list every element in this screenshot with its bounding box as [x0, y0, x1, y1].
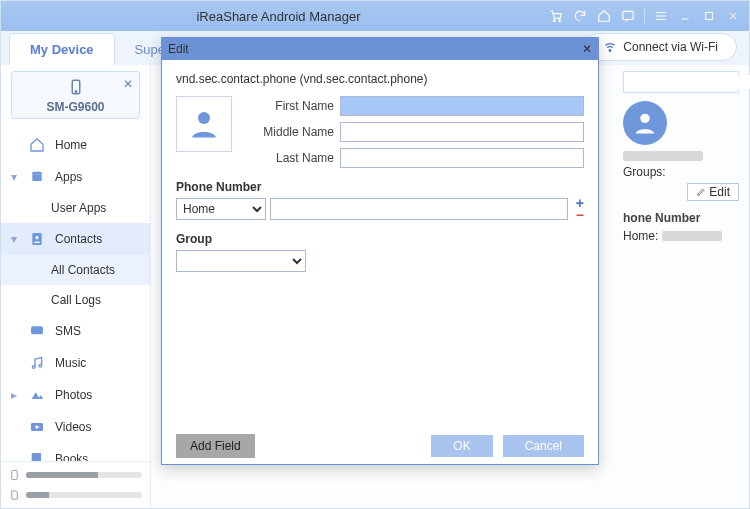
refresh-icon[interactable]	[572, 8, 588, 24]
books-icon	[29, 451, 47, 461]
remove-phone-icon[interactable]: −	[576, 210, 584, 220]
dialog-close-icon[interactable]: ✕	[582, 42, 592, 56]
menu-icon[interactable]	[653, 8, 669, 24]
svg-point-1	[559, 20, 561, 22]
edit-dialog: Edit ✕ vnd.sec.contact.phone (vnd.sec.co…	[161, 37, 599, 465]
nav-all-contacts[interactable]: All Contacts	[1, 255, 150, 285]
minimize-icon[interactable]	[677, 8, 693, 24]
nav-home[interactable]: Home	[1, 129, 150, 161]
close-icon[interactable]	[725, 8, 741, 24]
svg-point-11	[39, 364, 42, 367]
titlebar: iReaShare Android Manager	[1, 1, 749, 31]
photos-icon	[29, 387, 47, 403]
phone-icon	[64, 78, 88, 96]
sidebar: ✕ SM-G9600 Home ▾Apps User Apps ▾Contact…	[1, 65, 151, 508]
cart-icon[interactable]	[548, 8, 564, 24]
svg-rect-3	[706, 13, 713, 20]
contacts-icon	[29, 231, 47, 247]
nav-call-logs[interactable]: Call Logs	[1, 285, 150, 315]
group-label: Group	[176, 232, 584, 246]
contact-name-row	[623, 151, 739, 161]
music-icon	[29, 355, 47, 371]
nav-videos[interactable]: Videos	[1, 411, 150, 443]
device-close-icon[interactable]: ✕	[123, 77, 133, 91]
svg-rect-13	[12, 470, 18, 479]
divider-icon	[644, 8, 645, 24]
maximize-icon[interactable]	[701, 8, 717, 24]
svg-point-16	[198, 112, 210, 124]
nav-books[interactable]: Books	[1, 443, 150, 461]
storage-panel	[1, 461, 150, 508]
sms-icon	[29, 323, 47, 339]
groups-row: Groups:	[623, 165, 739, 179]
wifi-icon	[603, 40, 617, 54]
middle-name-input[interactable]	[340, 122, 584, 142]
svg-point-10	[32, 366, 35, 369]
dialog-titlebar[interactable]: Edit ✕	[162, 38, 598, 60]
videos-icon	[29, 419, 47, 435]
last-name-input[interactable]	[340, 148, 584, 168]
nav-sms[interactable]: SMS	[1, 315, 150, 347]
svg-point-15	[640, 114, 649, 123]
add-field-button[interactable]: Add Field	[176, 434, 255, 458]
home-nav-icon	[29, 137, 47, 153]
first-name-label: First Name	[244, 99, 334, 113]
nav-user-apps[interactable]: User Apps	[1, 193, 150, 223]
middle-name-label: Middle Name	[244, 125, 334, 139]
svg-point-0	[553, 20, 555, 22]
phone-number-label: Phone Number	[176, 180, 584, 194]
search-box[interactable]	[623, 71, 739, 93]
svg-point-4	[609, 50, 611, 52]
avatar-placeholder[interactable]	[176, 96, 232, 152]
group-select[interactable]	[176, 250, 306, 272]
storage-sd	[9, 488, 142, 502]
device-label: SM-G9600	[46, 100, 104, 114]
edit-button[interactable]: Edit	[687, 183, 739, 201]
feedback-icon[interactable]	[620, 8, 636, 24]
storage-sd-icon	[9, 488, 20, 502]
first-name-input[interactable]	[340, 96, 584, 116]
right-panel: Groups: Edit hone Number Home:	[613, 65, 749, 508]
dialog-title: Edit	[168, 42, 582, 56]
phone-type-select[interactable]: Home	[176, 198, 266, 220]
search-input[interactable]	[628, 75, 750, 89]
last-name-label: Last Name	[244, 151, 334, 165]
connect-wifi-button[interactable]: Connect via Wi-Fi	[584, 33, 737, 61]
home-icon[interactable]	[596, 8, 612, 24]
tab-my-device[interactable]: My Device	[9, 33, 115, 65]
cancel-button[interactable]: Cancel	[503, 435, 584, 457]
svg-point-8	[35, 236, 38, 239]
svg-rect-2	[623, 11, 634, 19]
device-card[interactable]: ✕ SM-G9600	[11, 71, 140, 119]
nav-apps[interactable]: ▾Apps	[1, 161, 150, 193]
phone-number-input[interactable]	[270, 198, 568, 220]
svg-rect-9	[31, 326, 43, 334]
nav-music[interactable]: Music	[1, 347, 150, 379]
storage-internal	[9, 468, 142, 482]
phone-value-row: Home:	[623, 229, 739, 243]
nav-contacts[interactable]: ▾Contacts	[1, 223, 150, 255]
connect-wifi-label: Connect via Wi-Fi	[623, 40, 718, 54]
nav-photos[interactable]: ▸Photos	[1, 379, 150, 411]
ok-button[interactable]: OK	[431, 435, 492, 457]
apps-icon	[29, 169, 47, 185]
app-title: iReaShare Android Manager	[9, 9, 548, 24]
svg-point-6	[75, 91, 77, 93]
storage-phone-icon	[9, 468, 20, 482]
nav: Home ▾Apps User Apps ▾Contacts All Conta…	[1, 125, 150, 461]
contact-avatar	[623, 101, 667, 145]
contact-type-label: vnd.sec.contact.phone (vnd.sec.contact.p…	[176, 72, 584, 86]
phone-section-label: hone Number	[623, 211, 739, 225]
